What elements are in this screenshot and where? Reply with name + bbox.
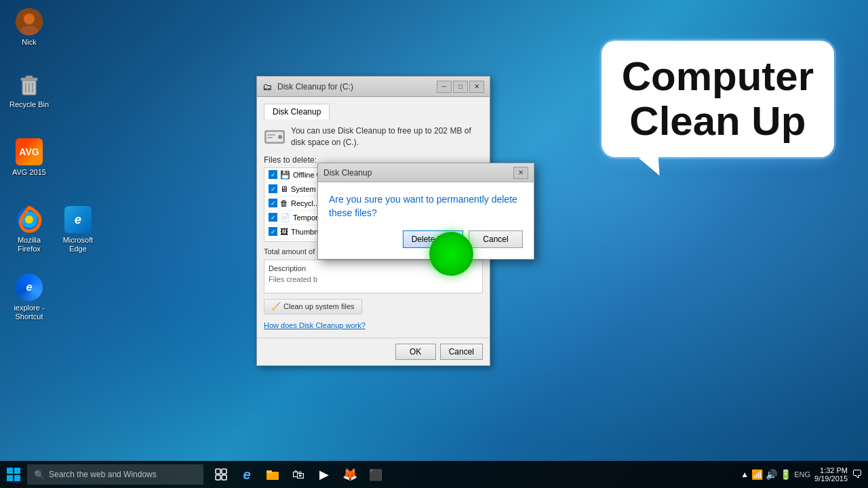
nick-avatar-icon xyxy=(16,8,43,35)
taskbar: 🔍 Search the web and Windows e 🛍 xyxy=(0,461,868,488)
desktop-icon-avg[interactable]: AVG AVG 2015 xyxy=(5,136,53,180)
clock-date: 9/19/2015 xyxy=(814,474,848,483)
taskbar-firefox-taskbar-icon[interactable]: 🦊 xyxy=(338,462,362,487)
file-checkbox-system[interactable]: ✓ xyxy=(269,184,277,193)
search-bar-placeholder: Search the web and Windows xyxy=(49,470,157,479)
svg-rect-24 xyxy=(222,475,226,480)
edge-icon-shape: e xyxy=(64,206,92,233)
file-checkbox-recycle[interactable]: ✓ xyxy=(269,199,277,207)
avg-icon-shape: AVG xyxy=(16,138,43,165)
svg-rect-15 xyxy=(267,134,275,136)
desktop-icon-iexplore[interactable]: e iexplore - Shortcut xyxy=(5,271,53,324)
recycle-bin-icon xyxy=(16,70,43,98)
taskbar-edge-icon[interactable]: e xyxy=(235,462,259,487)
minimize-button[interactable]: ─ xyxy=(437,81,452,93)
taskbar-cmd-icon[interactable]: ⬛ xyxy=(363,462,388,487)
search-icon: 🔍 xyxy=(34,470,45,480)
cancel-button-main[interactable]: Cancel xyxy=(440,344,483,360)
how-disk-cleanup-works-link[interactable]: How does Disk Cleanup work? xyxy=(264,321,366,329)
disk-cleanup-title-text: Disk Cleanup for (C:) xyxy=(277,82,437,92)
file-icon-temp: 📄 xyxy=(280,213,290,222)
confirm-dialog-titlebar[interactable]: Disk Cleanup ✕ xyxy=(318,163,534,182)
taskbar-right: ▲ 📶 🔊 🔋 ENG 1:32 PM 9/19/2015 🗨 xyxy=(741,466,868,483)
file-checkbox-temp[interactable]: ✓ xyxy=(269,213,277,222)
recycle-bin-label: Recycle Bin xyxy=(9,100,49,109)
taskbar-clock[interactable]: 1:32 PM 9/19/2015 xyxy=(814,466,848,483)
disk-cleanup-footer: OK Cancel xyxy=(257,338,490,365)
svg-rect-23 xyxy=(216,475,220,480)
svg-rect-18 xyxy=(14,468,20,474)
svg-rect-19 xyxy=(7,475,13,481)
svg-rect-17 xyxy=(7,468,13,474)
bubble-line2: Clean Up xyxy=(622,99,814,144)
svg-rect-21 xyxy=(216,469,220,474)
desktop-icon-edge[interactable]: e Microsoft Edge xyxy=(54,203,102,256)
firefox-icon-label: Mozilla Firefox xyxy=(8,236,50,253)
cleanup-header-description: You can use Disk Cleanup to free up to 2… xyxy=(291,125,483,148)
desktop-icon-recycle-bin[interactable]: Recycle Bin xyxy=(5,68,53,112)
total-label: Total amount of xyxy=(264,247,315,256)
files-created-label: Files created b xyxy=(269,275,478,283)
confirm-question: Are you sure you want to permanently del… xyxy=(329,193,523,220)
confirm-dialog-title: Disk Cleanup xyxy=(323,168,513,178)
file-icon-recycle-item: 🗑 xyxy=(280,199,288,208)
system-tray: ▲ 📶 🔊 🔋 ENG xyxy=(741,469,810,480)
svg-point-1 xyxy=(24,14,35,24)
windows-start-icon xyxy=(7,468,20,481)
desktop: Nick Recycle Bin AVG AVG 2015 xyxy=(0,0,868,488)
confirm-buttons: Delete Files Cancel xyxy=(329,230,523,248)
file-checkbox-thumb[interactable]: ✓ xyxy=(269,227,277,236)
disk-cleanup-window-controls: ─ □ ✕ xyxy=(437,81,484,93)
cleanup-drive-icon xyxy=(264,125,285,147)
svg-rect-16 xyxy=(267,137,273,138)
clock-time: 1:32 PM xyxy=(814,466,848,474)
file-icon-thumb: 🖼 xyxy=(280,227,288,237)
clean-system-btn-label: Clean up system files xyxy=(283,302,355,310)
ok-button[interactable]: OK xyxy=(395,344,436,360)
avg-icon-label: AVG 2015 xyxy=(12,168,46,177)
confirm-content: Are you sure you want to permanently del… xyxy=(318,182,534,259)
taskbar-explorer-icon[interactable] xyxy=(260,462,285,487)
cleanup-header: You can use Disk Cleanup to free up to 2… xyxy=(264,125,483,148)
taskbar-media-icon[interactable]: ▶ xyxy=(312,462,336,487)
confirm-close-button[interactable]: ✕ xyxy=(513,167,528,179)
green-circle-highlight xyxy=(429,232,473,276)
svg-point-11 xyxy=(25,216,33,224)
desktop-icon-nick[interactable]: Nick xyxy=(5,5,53,49)
tray-network-icon: 📶 xyxy=(751,469,763,480)
broom-icon: 🧹 xyxy=(271,302,281,311)
svg-rect-20 xyxy=(14,475,20,481)
file-icon-system: 🖥 xyxy=(280,184,288,194)
cancel-button-confirm[interactable]: Cancel xyxy=(469,230,523,248)
svg-point-14 xyxy=(278,135,282,139)
tray-chevron-icon[interactable]: ▲ xyxy=(741,470,749,479)
file-checkbox-offline[interactable]: ✓ xyxy=(269,170,277,179)
file-icon-offline: 💾 xyxy=(280,170,290,180)
taskbar-search-bar[interactable]: 🔍 Search the web and Windows xyxy=(27,464,203,485)
confirm-dialog: Disk Cleanup ✕ Are you sure you want to … xyxy=(317,163,534,260)
desktop-icon-firefox[interactable]: Mozilla Firefox xyxy=(5,203,53,256)
nick-icon-label: Nick xyxy=(22,38,36,47)
taskbar-store-icon[interactable]: 🛍 xyxy=(286,462,311,487)
tray-keyboard-icon: ENG xyxy=(794,470,810,479)
iexplore-icon-shape: e xyxy=(16,274,43,301)
clean-system-files-button[interactable]: 🧹 Clean up system files xyxy=(264,299,362,314)
tray-volume-icon: 🔊 xyxy=(766,469,777,480)
speech-bubble: Computer Clean Up xyxy=(601,41,834,157)
confirm-window-controls: ✕ xyxy=(513,167,528,179)
close-button[interactable]: ✕ xyxy=(469,81,484,93)
maximize-button[interactable]: □ xyxy=(453,81,468,93)
svg-rect-26 xyxy=(267,470,272,473)
tray-battery-icon: 🔋 xyxy=(780,469,791,480)
bubble-line1: Computer xyxy=(622,54,814,99)
disk-cleanup-titlebar[interactable]: 🗂 Disk Cleanup for (C:) ─ □ ✕ xyxy=(257,77,490,97)
svg-rect-5 xyxy=(26,76,33,79)
edge-icon-label: Microsoft Edge xyxy=(57,236,99,253)
action-center-icon[interactable]: 🗨 xyxy=(852,468,863,481)
svg-rect-22 xyxy=(222,469,226,474)
disk-cleanup-title-icon: 🗂 xyxy=(262,81,273,92)
taskbar-task-view-button[interactable] xyxy=(209,462,233,487)
taskbar-app-icons: e 🛍 ▶ 🦊 ⬛ xyxy=(209,462,388,487)
disk-cleanup-tab[interactable]: Disk Cleanup xyxy=(264,104,330,120)
start-button[interactable] xyxy=(0,461,27,488)
